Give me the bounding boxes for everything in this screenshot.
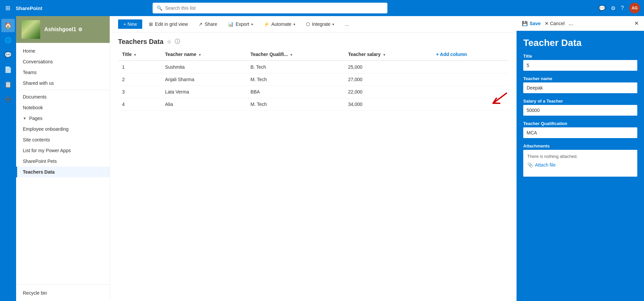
share-button[interactable]: ↗ Share: [195, 19, 221, 29]
sidebar-item-teams[interactable]: Teams: [16, 67, 110, 78]
col-title-label: Title: [122, 52, 132, 57]
sidebar-item-conversations[interactable]: Conversations: [16, 56, 110, 67]
comment-icon[interactable]: 💬: [599, 5, 605, 11]
integrate-button[interactable]: ⬡ Integrate ▾: [302, 19, 338, 29]
table-cell-teacher_name[interactable]: Anjali Sharma: [161, 73, 247, 86]
sidebar-item-teachers[interactable]: Teachers Data: [16, 167, 110, 177]
site-thumbnail: [21, 20, 40, 39]
panel-cancel-button[interactable]: ✕ Cancel: [545, 21, 565, 26]
site-settings-icon[interactable]: ⚙: [78, 27, 83, 32]
col-salary[interactable]: Teacher salary ▾: [344, 48, 432, 61]
settings-icon[interactable]: ⚙: [611, 5, 615, 11]
table-cell-teacher_name[interactable]: Alia: [161, 98, 247, 111]
table-cell-title[interactable]: 2: [118, 73, 161, 86]
col-title[interactable]: Title ▾: [118, 48, 161, 61]
sidebar-item-pets[interactable]: SharePoint Pets: [16, 156, 110, 167]
chevron-down-icon: ▼: [23, 116, 26, 120]
table-cell-teacher_qualifi[interactable]: B. Tech: [247, 61, 344, 73]
table-cell-teacher_name[interactable]: Sushmita: [161, 61, 247, 73]
attachments-field: Attachments There is nothing attached. 📎…: [523, 143, 637, 177]
table-cell-title[interactable]: 3: [118, 86, 161, 98]
search-box: 🔍: [153, 3, 387, 13]
sidebar-item-pages[interactable]: ▼ Pages: [16, 113, 110, 124]
automate-icon: ⚡: [264, 21, 269, 27]
add-column-button[interactable]: + Add column: [436, 52, 467, 57]
sidebar-item-shared[interactable]: Shared with us: [16, 78, 110, 88]
panel-close-button[interactable]: ✕: [634, 20, 639, 26]
site-header: Ashishgoel1 ⚙: [16, 16, 110, 43]
table-cell-empty: [432, 98, 508, 111]
table-cell-title[interactable]: 4: [118, 98, 161, 111]
right-panel: 💾 Save ✕ Cancel ... ✕ Teacher Data: [517, 16, 644, 301]
site-thumbnail-image: [21, 20, 40, 39]
attach-file-label: Attach file: [535, 162, 555, 168]
sidebar-item-label: Teachers Data: [23, 169, 55, 175]
table-cell-teacher_qualifi[interactable]: BBA: [247, 86, 344, 98]
table-cell-title[interactable]: 1: [118, 61, 161, 73]
table-cell-teacher_qualifi[interactable]: M. Tech: [247, 98, 344, 111]
save-label: Save: [530, 21, 541, 26]
icon-list[interactable]: 📋: [1, 78, 15, 91]
sidebar-item-label: Documents: [23, 94, 47, 100]
sidebar-item-documents[interactable]: Documents: [16, 92, 110, 102]
col-teacher-name[interactable]: Teacher name ▾: [161, 48, 247, 61]
table-cell-teacher_qualifi[interactable]: M. Tech: [247, 73, 344, 86]
sidebar-item-recycle[interactable]: Recycle bin: [16, 288, 110, 298]
icon-add[interactable]: ➕: [1, 93, 15, 106]
new-button[interactable]: + New: [118, 19, 142, 29]
sidebar-item-employee[interactable]: Employee onboarding: [16, 124, 110, 134]
salary-input[interactable]: [523, 105, 637, 116]
sidebar-item-site-contents[interactable]: Site contents: [16, 134, 110, 145]
sort-icon: ▾: [134, 53, 136, 57]
edit-grid-button[interactable]: ⊞ Edit in grid view: [145, 19, 192, 29]
attachments-empty-text: There is nothing attached.: [527, 154, 633, 159]
table-cell-teacher_salary[interactable]: 22,000: [344, 86, 432, 98]
share-label: Share: [205, 21, 217, 27]
title-input[interactable]: [523, 60, 637, 71]
table-cell-teacher_salary[interactable]: 25,000: [344, 61, 432, 73]
table-cell-teacher_name[interactable]: Lata Verma: [161, 86, 247, 98]
sidebar-item-label: Teams: [23, 70, 37, 75]
table-row: 1SushmitaB. Tech25,000: [118, 61, 508, 73]
help-icon[interactable]: ?: [621, 5, 624, 11]
favorite-icon[interactable]: ☆: [167, 39, 171, 45]
salary-label: Salary of a Teacher: [523, 99, 637, 104]
panel-more-button[interactable]: ...: [569, 20, 573, 26]
sidebar-item-power-apps[interactable]: List for my Power Apps: [16, 145, 110, 156]
sidebar-item-label: SharePoint Pets: [23, 159, 57, 164]
icon-bar: 🏠 🌐 💬 📄 📋 ➕: [0, 16, 16, 301]
table-cell-teacher_salary[interactable]: 34,000: [344, 98, 432, 111]
sidebar-item-notebook[interactable]: Notebook: [16, 102, 110, 113]
chevron-down-icon: ▾: [251, 22, 253, 26]
panel-header-actions: 💾 Save ✕ Cancel ...: [522, 20, 630, 26]
user-avatar[interactable]: AG: [629, 3, 640, 13]
icon-home[interactable]: 🏠: [1, 19, 15, 32]
more-toolbar-button[interactable]: ...: [341, 19, 353, 29]
icon-notes[interactable]: 📄: [1, 63, 15, 76]
icon-globe[interactable]: 🌐: [1, 34, 15, 47]
sidebar-item-home[interactable]: Home: [16, 46, 110, 56]
search-input[interactable]: [165, 5, 383, 11]
sort-icon: ▾: [199, 53, 201, 57]
sidebar-item-label: Pages: [29, 116, 43, 121]
panel-save-button[interactable]: 💾 Save: [522, 21, 541, 26]
nav-footer: Recycle bin: [16, 285, 110, 301]
col-add[interactable]: + Add column: [432, 48, 508, 61]
col-qualification-label: Teacher Qualifi...: [251, 52, 288, 57]
sidebar-item-label: Notebook: [23, 105, 43, 110]
sort-icon: ▾: [383, 53, 385, 57]
automate-button[interactable]: ⚡ Automate ▾: [260, 19, 299, 29]
table-cell-teacher_salary[interactable]: 27,000: [344, 73, 432, 86]
waffle-icon[interactable]: ⊞: [4, 3, 12, 13]
col-qualification[interactable]: Teacher Qualifi... ▾: [247, 48, 344, 61]
attach-file-button[interactable]: 📎 Attach file: [527, 162, 555, 168]
qualification-input[interactable]: [523, 127, 637, 138]
table-body: 1SushmitaB. Tech25,0002Anjali SharmaM. T…: [118, 61, 508, 111]
icon-chat[interactable]: 💬: [1, 48, 15, 62]
teacher-name-input[interactable]: [523, 82, 637, 93]
info-icon[interactable]: ⓘ: [175, 38, 180, 45]
export-button[interactable]: 📊 Export ▾: [224, 19, 257, 29]
table-cell-empty: [432, 61, 508, 73]
table-row: 3Lata VermaBBA22,000: [118, 86, 508, 98]
site-title-text: Ashishgoel1: [44, 26, 76, 33]
